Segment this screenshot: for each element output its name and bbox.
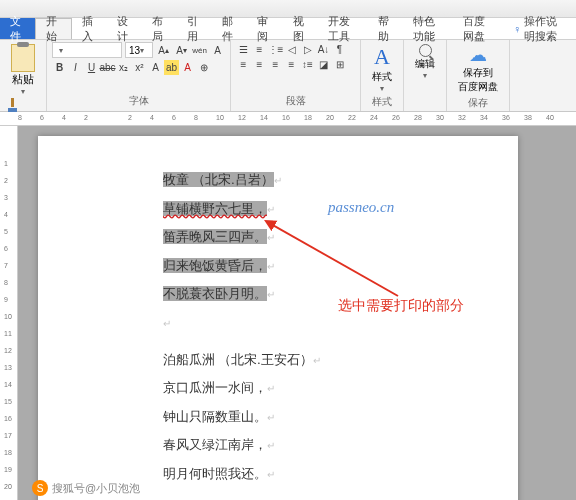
highlight-button[interactable]: ab xyxy=(164,60,179,75)
save-group: ☁ 保存到 百度网盘 保存 xyxy=(447,40,510,111)
poem2-line-1[interactable]: 京口瓜洲一水间，↵ xyxy=(163,374,518,403)
save-baidu-button[interactable]: ☁ 保存到 百度网盘 xyxy=(452,42,504,96)
sohu-attribution: S 搜狐号@小贝泡泡 xyxy=(32,480,140,496)
bullets-button[interactable]: ☰ xyxy=(236,42,251,57)
show-marks-button[interactable]: ¶ xyxy=(332,42,347,57)
strike-button[interactable]: abc xyxy=(100,60,115,75)
poem2-line-2[interactable]: 钟山只隔数重山。↵ xyxy=(163,403,518,432)
paste-button[interactable]: 粘贴▾ xyxy=(5,42,41,98)
clear-format-button[interactable]: A xyxy=(210,43,225,58)
tab-design[interactable]: 设计 xyxy=(107,18,142,39)
document-canvas[interactable]: 牧童 （北宋.吕岩）↵ 草铺横野六七里，↵ 笛弄晚风三四声。↵ 归来饱饭黄昏后，… xyxy=(18,126,576,500)
multilevel-button[interactable]: ⋮≡ xyxy=(268,42,283,57)
poem2-title[interactable]: 泊船瓜洲 （北宋.王安石）↵ xyxy=(163,346,518,375)
ribbon-tabs: 文件 开始 插入 设计 布局 引用 邮件 审阅 视图 开发工具 帮助 特色功能 … xyxy=(0,18,576,40)
tab-review[interactable]: 审阅 xyxy=(247,18,282,39)
increase-indent-button[interactable]: ▷ xyxy=(300,42,315,57)
justify-button[interactable]: ≡ xyxy=(284,57,299,72)
borders-button[interactable]: ⊞ xyxy=(332,57,347,72)
tab-file[interactable]: 文件 xyxy=(0,18,35,39)
tab-mail[interactable]: 邮件 xyxy=(212,18,247,39)
phonetic-guide-button[interactable]: wén xyxy=(192,43,207,58)
paragraph-group: ☰ ≡ ⋮≡ ◁ ▷ A↓ ¶ ≡ ≡ ≡ ≡ ↕≡ ◪ ⊞ 段落 xyxy=(231,40,361,111)
decrease-font-button[interactable]: A▾ xyxy=(174,43,189,58)
enclose-char-button[interactable]: ⊕ xyxy=(196,60,211,75)
vertical-ruler[interactable]: 123456789101112131415161718192021 xyxy=(0,126,18,500)
tab-special[interactable]: 特色功能 xyxy=(403,18,453,39)
tab-devtools[interactable]: 开发工具 xyxy=(318,18,368,39)
tab-help[interactable]: 帮助 xyxy=(368,18,403,39)
increase-font-button[interactable]: A▴ xyxy=(156,43,171,58)
poem1-line-3[interactable]: 归来饱饭黄昏后，↵ xyxy=(163,252,518,281)
horizontal-ruler[interactable]: 8642246810121416182022242628303234363840 xyxy=(0,112,576,126)
styles-button[interactable]: A 样式▾ xyxy=(366,42,398,95)
italic-button[interactable]: I xyxy=(68,60,83,75)
bold-button[interactable]: B xyxy=(52,60,67,75)
superscript-button[interactable]: x² xyxy=(132,60,147,75)
poem2-line-4[interactable]: 明月何时照我还。↵ xyxy=(163,460,518,489)
ribbon: 粘贴▾ 剪贴板 ▾ 13▾ A▴ A▾ wén A B I U abc x₂ x… xyxy=(0,40,576,112)
text-effects-button[interactable]: A xyxy=(148,60,163,75)
paragraph-group-label: 段落 xyxy=(236,94,355,109)
align-left-button[interactable]: ≡ xyxy=(236,57,251,72)
editing-button[interactable]: 编辑▾ xyxy=(409,42,441,82)
tab-baidu[interactable]: 百度网盘 xyxy=(453,18,503,39)
editing-group: 编辑▾ xyxy=(404,40,447,111)
search-icon xyxy=(419,44,432,57)
save-group-label: 保存 xyxy=(452,96,504,111)
styles-group-label: 样式 xyxy=(366,95,398,110)
tab-insert[interactable]: 插入 xyxy=(72,18,107,39)
align-center-button[interactable]: ≡ xyxy=(252,57,267,72)
workspace: 123456789101112131415161718192021 牧童 （北宋… xyxy=(0,126,576,500)
tab-start[interactable]: 开始 xyxy=(35,18,72,39)
format-painter-button[interactable] xyxy=(5,98,20,113)
numbering-button[interactable]: ≡ xyxy=(252,42,267,57)
page: 牧童 （北宋.吕岩）↵ 草铺横野六七里，↵ 笛弄晚风三四声。↵ 归来饱饭黄昏后，… xyxy=(38,136,518,500)
watermark: passneo.cn xyxy=(328,191,394,224)
font-color-button[interactable]: A xyxy=(180,60,195,75)
tab-search[interactable]: ♀操作说明搜索 xyxy=(503,18,576,39)
paste-icon xyxy=(11,44,35,72)
sort-button[interactable]: A↓ xyxy=(316,42,331,57)
tab-view[interactable]: 视图 xyxy=(283,18,318,39)
annotation-label: 选中需要打印的部分 xyxy=(338,291,464,322)
font-group: ▾ 13▾ A▴ A▾ wén A B I U abc x₂ x² A ab A… xyxy=(47,40,231,111)
font-group-label: 字体 xyxy=(52,94,225,109)
font-family-select[interactable]: ▾ xyxy=(52,42,122,58)
clipboard-group: 粘贴▾ 剪贴板 xyxy=(0,40,47,111)
poem2-line-3[interactable]: 春风又绿江南岸，↵ xyxy=(163,431,518,460)
tab-layout[interactable]: 布局 xyxy=(142,18,177,39)
lightbulb-icon: ♀ xyxy=(513,23,521,35)
cloud-icon: ☁ xyxy=(469,44,487,66)
styles-group: A 样式▾ 样式 xyxy=(361,40,404,111)
font-size-select[interactable]: 13▾ xyxy=(125,42,153,58)
sohu-logo-icon: S xyxy=(32,480,48,496)
underline-button[interactable]: U xyxy=(84,60,99,75)
align-right-button[interactable]: ≡ xyxy=(268,57,283,72)
line-spacing-button[interactable]: ↕≡ xyxy=(300,57,315,72)
decrease-indent-button[interactable]: ◁ xyxy=(284,42,299,57)
styles-icon: A xyxy=(374,44,390,70)
poem1-line-2[interactable]: 笛弄晚风三四声。↵ xyxy=(163,223,518,252)
subscript-button[interactable]: x₂ xyxy=(116,60,131,75)
tab-reference[interactable]: 引用 xyxy=(177,18,212,39)
shading-button[interactable]: ◪ xyxy=(316,57,331,72)
